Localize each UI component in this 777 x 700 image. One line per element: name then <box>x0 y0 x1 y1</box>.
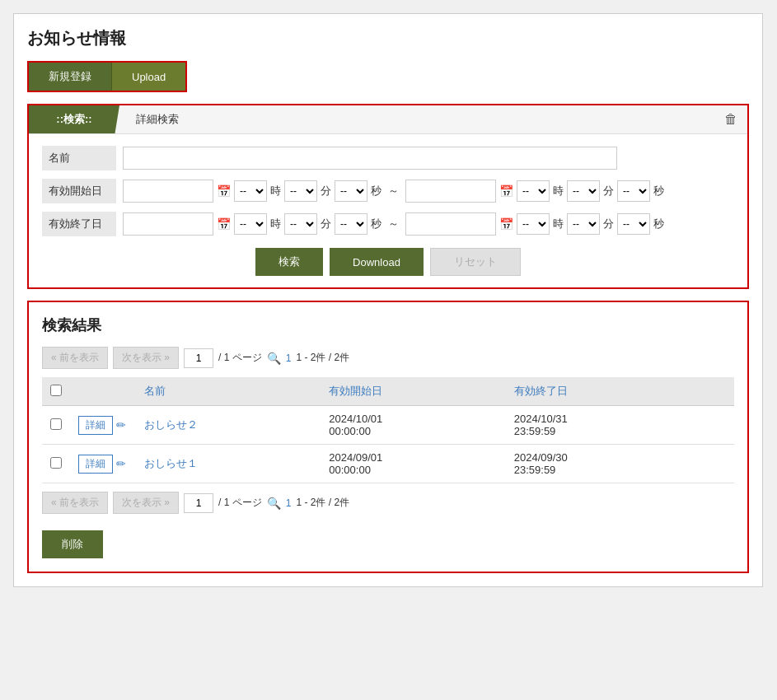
row-checkbox[interactable] <box>50 457 62 469</box>
row-name-link[interactable]: おしらせ１ <box>144 457 198 469</box>
results-table: 名前 有効開始日 有効終了日 詳細✏おしらせ２2024/10/01 00:00:… <box>42 377 734 483</box>
row-checkbox-cell <box>42 445 70 483</box>
row-end-date-cell: 2024/10/31 23:59:59 <box>506 406 690 445</box>
search-body: 名前 有効開始日 📅 --00010203040506070809101112 … <box>29 134 747 287</box>
end-hour-to-select[interactable]: --0023 <box>517 213 550 235</box>
label-ji-3: 時 <box>270 217 281 231</box>
pag-search-icon-top[interactable]: 🔍 <box>267 352 281 365</box>
start-hour-from-select[interactable]: --00010203040506070809101112 <box>234 180 267 202</box>
tab-detail-search[interactable]: 詳細検索 <box>119 105 195 133</box>
results-title: 検索結果 <box>42 315 734 335</box>
table-body: 詳細✏おしらせ２2024/10/01 00:00:002024/10/31 23… <box>42 406 734 483</box>
reset-button[interactable]: リセット <box>430 248 521 276</box>
page-input-bottom[interactable] <box>184 493 213 513</box>
search-buttons: 検索 Download リセット <box>42 248 734 276</box>
table-header-row: 名前 有効開始日 有効終了日 <box>42 377 734 406</box>
name-input[interactable] <box>123 147 617 170</box>
label-byo-1: 秒 <box>371 184 381 198</box>
next-button-top[interactable]: 次を表示 » <box>113 347 179 369</box>
label-fun-3: 分 <box>321 217 331 231</box>
search-tabs: ::検索:: 詳細検索 🗑 <box>29 105 747 134</box>
search-row-name: 名前 <box>42 146 734 170</box>
th-extra <box>690 377 734 406</box>
table-row: 詳細✏おしらせ１2024/09/01 00:00:002024/09/30 23… <box>42 445 734 483</box>
row-extra-cell <box>690 445 734 483</box>
search-row-start-date: 有効開始日 📅 --00010203040506070809101112 時 -… <box>42 179 734 203</box>
total-pages-top: / 1 ページ <box>218 351 262 365</box>
shinki-button[interactable]: 新規登録 <box>29 63 111 91</box>
prev-button-top[interactable]: « 前を表示 <box>42 347 108 369</box>
th-end-date: 有効終了日 <box>506 377 690 406</box>
end-min-from-select[interactable]: --0059 <box>284 213 317 235</box>
next-button-bottom[interactable]: 次を表示 » <box>113 492 179 514</box>
calendar-icon-1[interactable]: 📅 <box>217 184 231 198</box>
field-end-date: 📅 --0023 時 --0059 分 --0059 秒 ～ 📅 <box>123 212 734 236</box>
search-button[interactable]: 検索 <box>255 248 323 276</box>
row-extra-cell <box>690 406 734 445</box>
row-checkbox-cell <box>42 406 70 445</box>
tilde-2: ～ <box>385 217 402 231</box>
start-date-from-input[interactable] <box>123 180 213 203</box>
end-date-from-input[interactable] <box>123 212 213 236</box>
end-sec-to-select[interactable]: --0059 <box>617 213 650 235</box>
select-all-checkbox[interactable] <box>50 385 62 396</box>
detail-button[interactable]: 詳細 <box>78 455 113 474</box>
end-hour-from-select[interactable]: --0023 <box>234 213 267 235</box>
label-fun-4: 分 <box>603 217 614 231</box>
start-min-from-select[interactable]: --0030 <box>284 180 317 202</box>
page-container: お知らせ情報 新規登録 Upload ::検索:: 詳細検索 🗑 名前 有効開始… <box>13 13 763 587</box>
detail-button[interactable]: 詳細 <box>78 416 113 435</box>
label-fun-2: 分 <box>603 184 614 198</box>
pag-range-bottom: 1 - 2件 / 2件 <box>296 496 349 510</box>
end-min-to-select[interactable]: --0059 <box>567 213 600 235</box>
page-input-top[interactable] <box>184 348 213 368</box>
start-min-to-select[interactable]: --0059 <box>567 180 600 202</box>
row-start-date-cell: 2024/10/01 00:00:00 <box>321 406 505 445</box>
delete-button[interactable]: 削除 <box>42 530 103 558</box>
th-start-date: 有効開始日 <box>321 377 505 406</box>
pagination-bottom: « 前を表示 次を表示 » / 1 ページ 🔍 1 1 - 2件 / 2件 <box>42 492 734 514</box>
search-section: ::検索:: 詳細検索 🗑 名前 有効開始日 📅 --0001020304050… <box>27 104 749 289</box>
upload-button[interactable]: Upload <box>111 63 185 91</box>
start-sec-to-select[interactable]: --0059 <box>617 180 650 202</box>
label-byo-3: 秒 <box>371 217 381 231</box>
row-name-cell: おしらせ２ <box>136 406 321 445</box>
prev-button-bottom[interactable]: « 前を表示 <box>42 492 108 514</box>
label-byo-2: 秒 <box>653 184 664 198</box>
row-checkbox[interactable] <box>50 418 62 430</box>
pag-search-icon-bottom[interactable]: 🔍 <box>267 497 281 510</box>
row-end-date-cell: 2024/09/30 23:59:59 <box>506 445 690 483</box>
label-start-date: 有効開始日 <box>42 179 116 203</box>
th-checkbox <box>42 377 70 406</box>
label-byo-4: 秒 <box>653 217 664 231</box>
start-hour-to-select[interactable]: --0023 <box>517 180 550 202</box>
th-actions <box>70 377 136 406</box>
th-name: 名前 <box>136 377 321 406</box>
start-date-to-input[interactable] <box>405 180 496 203</box>
pagination-top: « 前を表示 次を表示 » / 1 ページ 🔍 1 1 - 2件 / 2件 <box>42 347 734 369</box>
end-date-to-input[interactable] <box>405 212 496 236</box>
end-sec-from-select[interactable]: --0059 <box>335 213 367 235</box>
calendar-icon-4[interactable]: 📅 <box>499 217 513 231</box>
tilde-1: ～ <box>385 184 402 198</box>
edit-icon[interactable]: ✏ <box>116 457 126 470</box>
page-title: お知らせ情報 <box>27 27 749 49</box>
top-buttons-group: 新規登録 Upload <box>27 61 187 92</box>
row-actions: 詳細✏ <box>78 416 128 435</box>
download-button[interactable]: Download <box>330 248 424 276</box>
calendar-icon-2[interactable]: 📅 <box>499 184 513 198</box>
field-start-date: 📅 --00010203040506070809101112 時 --0030 … <box>123 180 734 203</box>
label-end-date: 有効終了日 <box>42 212 116 236</box>
label-fun-1: 分 <box>321 184 331 198</box>
edit-icon[interactable]: ✏ <box>116 418 126 432</box>
tab-search-active[interactable]: ::検索:: <box>29 105 119 133</box>
field-name <box>123 147 734 170</box>
start-sec-from-select[interactable]: --0059 <box>335 180 367 202</box>
trash-icon[interactable]: 🗑 <box>714 105 747 133</box>
label-ji-1: 時 <box>270 184 281 198</box>
calendar-icon-3[interactable]: 📅 <box>217 217 231 231</box>
row-name-link[interactable]: おしらせ２ <box>144 418 198 431</box>
search-row-end-date: 有効終了日 📅 --0023 時 --0059 分 --0059 秒 <box>42 212 734 236</box>
row-start-date-cell: 2024/09/01 00:00:00 <box>321 445 505 483</box>
pag-count-bottom: 1 <box>286 497 292 509</box>
